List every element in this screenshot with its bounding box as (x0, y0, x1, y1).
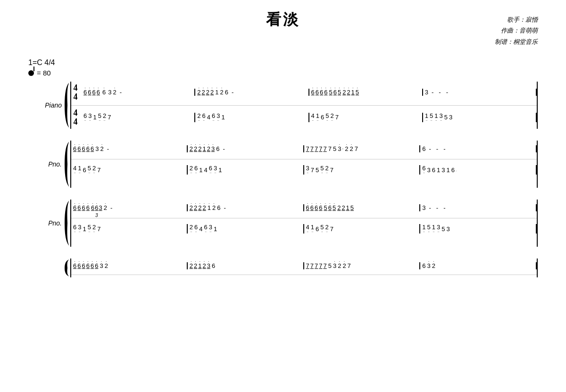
system-2: Pno. 6· 6· 6· (28, 141, 538, 188)
s4-bar-3-upper: 7 7 7 7 7 5 3· 2· 2· 7 (304, 262, 421, 269)
bar-2-upper: 2· 2· 2· 2· 1· 2· 6 - (195, 89, 309, 96)
bars-upper-2: 6· 6· 6· 6· 6· 3 2· - (71, 145, 537, 152)
s2-bar-2-lower: 2·· 6·· 1 4 6·· 3·· 1 (188, 165, 304, 175)
bar-3-upper: 6· 6· 6· 6· 5· 6· 5· 2· (309, 89, 423, 96)
piano-label: Piano (28, 82, 64, 129)
title-section: 看淡 (28, 9, 538, 30)
brace-svg-4 (64, 259, 70, 277)
brace-svg-2 (64, 141, 70, 188)
s4-bar-1-upper: 6· 6· 6· 6· 6· 6· 3· 2· (71, 262, 188, 269)
song-title: 看淡 (28, 9, 538, 30)
key-time-display: 1=C 4/4 (28, 58, 538, 67)
s3-bar-2-upper: 2· 2· 2· 2· 1· 2· 6 - (188, 204, 304, 211)
staff-upper-1: 4 4 6· 6· 6· 6· (71, 82, 537, 106)
brace-col-4 (64, 259, 70, 277)
sys-staves-4: 6· 6· 6· 6· 6· 6· 3· 2· (70, 259, 538, 277)
page: 看淡 歌手：寂惛 作曲：音萌萌 制谱：桐堂音乐 1=C 4/4 = 80 Pia… (0, 0, 566, 299)
time-sig-lower: 4 4 (71, 108, 80, 126)
staff-upper-2: 6· 6· 6· 6· 6· 3 2· - (71, 141, 537, 159)
pno-label-2: Pno. (28, 141, 64, 188)
meta-info: 歌手：寂惛 作曲：音萌萌 制谱：桐堂音乐 (495, 14, 538, 47)
arranger-credit: 制谱：桐堂音乐 (495, 36, 538, 47)
s2-bar-3-upper: 7 7 7 7 7 7 5 3· · 2· 2· (304, 145, 421, 152)
tempo-value: = 80 (37, 69, 51, 77)
s2-bar-1-upper: 6· 6· 6· 6· 6· 3 2· - (71, 145, 188, 152)
bars-upper-4: 6· 6· 6· 6· 6· 6· 3· 2· (71, 262, 537, 269)
brace-col-2 (64, 141, 70, 188)
staff-lower-2: 4·· 1·· 6 5·· 2·· 7 2·· 6·· 1 4 (71, 160, 537, 179)
singer-credit: 歌手：寂惛 (495, 14, 538, 25)
bar-1-upper: 6· 6· 6· 6· 6· 3 2· - (82, 89, 195, 96)
staff-upper-4: 6· 6· 6· 6· 6· 6· 3· 2· (71, 259, 537, 275)
sys-staves-3: 6· 6· 6· 6· 6· 6· 3 3 (70, 200, 538, 247)
time-sig-upper: 4 4 (71, 83, 80, 101)
s2-bar-4-upper: 6 - - - (420, 145, 537, 152)
system-4: 6· 6· 6· 6· 6· 6· 3· 2· (28, 259, 538, 277)
pno-label-4 (28, 259, 64, 277)
brace-svg (64, 82, 70, 129)
bars-upper-3: 6· 6· 6· 6· 6· 6· 3 3 (71, 204, 537, 211)
bar-3-lower: 4·· 1·· 6 5·· 2·· 7 (309, 113, 423, 122)
staff-upper-3: 6· 6· 6· 6· 6· 6· 3 3 (71, 200, 537, 218)
s4-bar-4-upper: 6 3· 2· (420, 262, 537, 269)
bar-4-lower: 1·· 5·· 1·· 3·· 5 3 (423, 113, 537, 122)
s2-bar-3-lower: 3·· 7 5 5·· 2·· 7 (304, 165, 421, 175)
sys-wrapper-3: Pno. 6· 6· 6· (28, 200, 538, 247)
system-3: Pno. 6· 6· 6· (28, 200, 538, 247)
bar-2-lower: 2·· 6·· 4 6·· 3·· 1 (195, 113, 309, 122)
note-group-6666: 6· 6· 6· 6· (83, 89, 100, 96)
brace-col-3 (64, 200, 70, 247)
bars-lower-3: 6·· 3·· 1 5·· 2·· 7 2·· 6·· 4 6·· (71, 224, 537, 234)
bars-upper-1: 6· 6· 6· 6· 6· 3 2· - (82, 89, 537, 96)
bar-4-upper: 3 - - - (423, 89, 537, 96)
bars-lower-2: 4·· 1·· 6 5·· 2·· 7 2·· 6·· 1 4 (71, 165, 537, 175)
s3-bar-1-lower: 6·· 3·· 1 5·· 2·· 7 (71, 224, 188, 234)
system-1: Piano 4 4 (28, 82, 538, 129)
s3-bar-4-upper: 3 - - - (420, 204, 537, 211)
s3-bar-1-upper: 6· 6· 6· 6· 6· 6· 3 3 (71, 204, 188, 211)
s3-bar-4-lower: 1·· 5·· 1·· 3·· 5 3 (420, 224, 537, 234)
sys-staves-2: 6· 6· 6· 6· 6· 3 2· - (70, 141, 538, 188)
sys-wrapper-1: Piano 4 4 (28, 82, 538, 129)
s2-bar-4-lower: 6·· 3 6 1 3 1 6 · (420, 165, 537, 175)
staff-lower-1: 4 4 6·· 3·· 1 5·· 2·· 7 (71, 107, 537, 128)
s3-bar-2-lower: 2·· 6·· 4 6·· 3·· 1 (188, 224, 304, 234)
s2-bar-1-lower: 4·· 1·· 6 5·· 2·· 7 (71, 165, 188, 175)
brace-svg-3 (64, 200, 70, 247)
bar-1-lower: 6·· 3·· 1 5·· 2·· 7 (82, 113, 195, 122)
sys-wrapper-2: Pno. 6· 6· 6· (28, 141, 538, 188)
s3-bar-3-lower: 4·· 1·· 6 5·· 2·· 7 (304, 224, 421, 234)
s3-bar-3-upper: 6· 6· 6· 6· 5· 6· 5· 2 (304, 204, 421, 211)
pno-label-3: Pno. (28, 200, 64, 247)
sys-staves-1: 4 4 6· 6· 6· 6· (70, 82, 538, 129)
brace-col (64, 82, 70, 129)
composer-credit: 作曲：音萌萌 (495, 25, 538, 36)
s4-bar-2-upper: 2· 2· 1· 2· 3· 6 (188, 262, 304, 269)
s2-bar-2-upper: 2· 2· 2· 1· 2· 3· 6 - (188, 145, 304, 152)
tempo-note-icon (28, 70, 34, 76)
staff-lower-3: 6·· 3·· 1 5·· 2·· 7 2·· 6·· 4 6·· (71, 219, 537, 238)
tempo-display: = 80 (28, 69, 538, 77)
sys-wrapper-4: 6· 6· 6· 6· 6· 6· 3· 2· (28, 259, 538, 277)
bars-lower-1: 6·· 3·· 1 5·· 2·· 7 2·· 6·· 4 6·· (82, 113, 537, 122)
